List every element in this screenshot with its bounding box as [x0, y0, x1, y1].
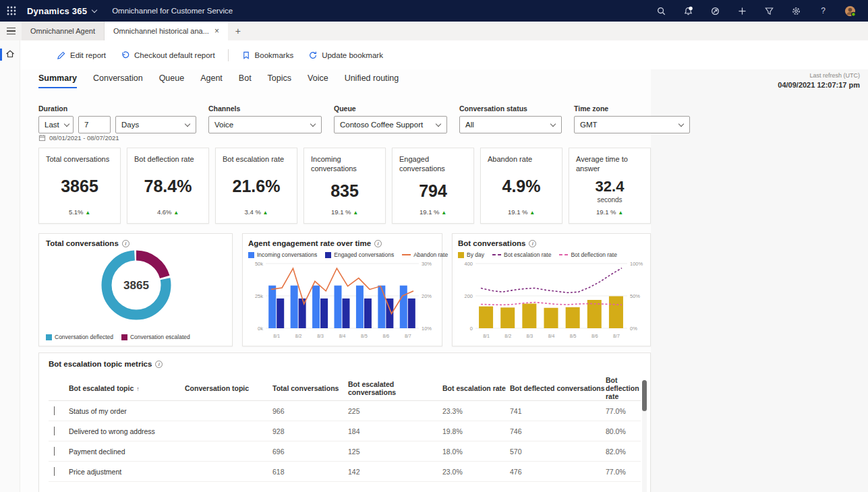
conversation-status-value: All [465, 121, 474, 129]
kpi-delta: 19.1 % ▲ [576, 208, 643, 216]
session-tab-1[interactable]: Omnichannel historical ana...× [105, 22, 228, 40]
svg-text:0k: 0k [258, 326, 263, 332]
kpi-value: 3865 [46, 177, 113, 196]
svg-text:30%: 30% [422, 261, 432, 267]
column-header-5[interactable]: Bot deflected conversations [510, 384, 606, 392]
timezone-label: Time zone [574, 104, 690, 113]
legend-marker [325, 252, 331, 258]
svg-text:8/7: 8/7 [405, 334, 411, 338]
toolbar-divider [228, 49, 229, 61]
report-tab-topics[interactable]: Topics [268, 73, 291, 88]
insights-icon[interactable] [710, 5, 721, 17]
checkout-default-report-button[interactable]: Checkout default report [115, 47, 221, 63]
cell-3-4: 23.0% [442, 468, 510, 476]
kpi-value: 4.9% [488, 177, 555, 196]
cell-2-6: 82.0% [606, 448, 641, 456]
last-refresh-value: 04/09/2021 12:07:17 pm [778, 81, 860, 89]
column-header-4[interactable]: Bot escalation rate [442, 384, 510, 392]
report-tab-unified-routing[interactable]: Unified routing [345, 73, 399, 88]
conversation-status-filter: Conversation status All [459, 104, 562, 133]
session-tab-0[interactable]: Omnichannel Agent [22, 22, 105, 40]
table-scrollbar-thumb[interactable] [642, 380, 647, 411]
bookmarks-button[interactable]: Bookmarks [235, 47, 300, 63]
legend-label: Bot escalation rate [504, 251, 551, 258]
report-tab-summary[interactable]: Summary [38, 73, 77, 88]
cell-2-0: Payment declined [69, 448, 185, 456]
app-launcher-waffle-icon[interactable] [0, 6, 23, 16]
column-header-1[interactable]: Conversation topic [185, 384, 272, 392]
help-icon[interactable]: ? [817, 5, 829, 17]
legend-item: Bot deflection rate [559, 251, 617, 258]
info-icon[interactable]: i [374, 240, 382, 247]
kpi-label: Bot deflection rate [134, 154, 202, 164]
cell-3-6: 77.0% [606, 468, 641, 476]
svg-text:8/6: 8/6 [591, 334, 598, 338]
timezone-select[interactable]: GMT [574, 116, 690, 133]
channels-label: Channels [208, 104, 322, 113]
info-icon[interactable]: i [122, 240, 129, 247]
table-scrollbar[interactable] [642, 380, 647, 492]
topbar-icon-group: ? [656, 5, 868, 17]
add-icon[interactable] [736, 5, 748, 17]
brand-chevron-down-icon[interactable] [92, 7, 97, 12]
svg-text:10%: 10% [422, 326, 432, 332]
svg-text:8/7: 8/7 [613, 334, 620, 338]
column-header-3[interactable]: Bot escalated conversations [348, 380, 442, 396]
expand-chevron-right-icon[interactable] [54, 406, 55, 415]
cell-1-4: 19.8% [442, 427, 510, 435]
account-icon[interactable] [844, 5, 856, 17]
expand-chevron-right-icon[interactable] [54, 467, 55, 476]
update-bookmark-button[interactable]: Update bookmark [302, 47, 389, 63]
column-header-6[interactable]: Bot deflection rate [606, 376, 641, 400]
queue-select[interactable]: Contoso Coffee Support [334, 116, 447, 133]
kpi-value: 32.4 [576, 178, 643, 195]
svg-text:20%: 20% [422, 293, 432, 299]
kpi-delta: 4.6% ▲ [134, 208, 202, 216]
notifications-icon[interactable] [683, 5, 694, 17]
legend-label: Abandon rate [413, 251, 448, 258]
home-icon[interactable] [5, 49, 16, 59]
expand-chevron-right-icon[interactable] [54, 427, 55, 435]
settings-icon[interactable] [790, 5, 802, 17]
report-tab-agent[interactable]: Agent [200, 73, 223, 88]
svg-text:8/2: 8/2 [295, 334, 302, 338]
report-tab-voice[interactable]: Voice [308, 73, 328, 88]
filter-icon[interactable] [763, 5, 775, 17]
cell-1-6: 80.0% [606, 427, 641, 435]
report-tab-bot[interactable]: Bot [239, 73, 252, 88]
duration-mode-select[interactable]: Last [38, 116, 74, 133]
svg-text:8/5: 8/5 [570, 334, 577, 338]
report-tab-conversation[interactable]: Conversation [93, 73, 143, 88]
cell-0-0: Status of my order [69, 407, 185, 415]
report-tab-queue[interactable]: Queue [159, 73, 185, 88]
svg-text:8/1: 8/1 [483, 334, 490, 338]
search-icon[interactable] [656, 5, 667, 17]
duration-unit-select[interactable]: Days [115, 116, 196, 133]
svg-text:0: 0 [470, 326, 473, 332]
up-triangle-icon: ▲ [353, 210, 358, 216]
expand-chevron-right-icon[interactable] [54, 447, 55, 456]
conversation-status-select[interactable]: All [459, 116, 562, 133]
hamburger-menu-icon[interactable] [0, 22, 22, 40]
kpi-card-4: Engaged conversations79419.1 % ▲ [392, 148, 474, 224]
kpi-delta: 19.1 % ▲ [399, 208, 467, 216]
undo-icon [121, 51, 130, 60]
update-bookmark-label: Update bookmark [322, 51, 383, 59]
engagement-chart-title: Agent engagement rate over time [248, 239, 371, 247]
brand-title[interactable]: Dynamics 365 [27, 6, 87, 16]
column-header-2[interactable]: Total conversations [272, 384, 348, 392]
svg-text:100%: 100% [630, 261, 643, 267]
info-icon[interactable]: i [529, 240, 536, 247]
channels-select[interactable]: Voice [208, 116, 322, 133]
close-tab-icon[interactable]: × [214, 26, 219, 36]
legend-label: Conversation escalated [130, 334, 190, 340]
chevron-down-icon [550, 121, 556, 126]
duration-count-input[interactable] [84, 121, 105, 129]
legend-marker [121, 334, 127, 340]
info-icon[interactable]: i [155, 361, 163, 368]
legend-label: Bot deflection rate [571, 251, 617, 258]
kpi-label: Total conversations [46, 154, 113, 164]
new-tab-button[interactable]: + [228, 22, 248, 40]
edit-report-button[interactable]: Edit report [51, 47, 112, 63]
column-header-0[interactable]: Bot escalated topic↑ [69, 384, 185, 392]
